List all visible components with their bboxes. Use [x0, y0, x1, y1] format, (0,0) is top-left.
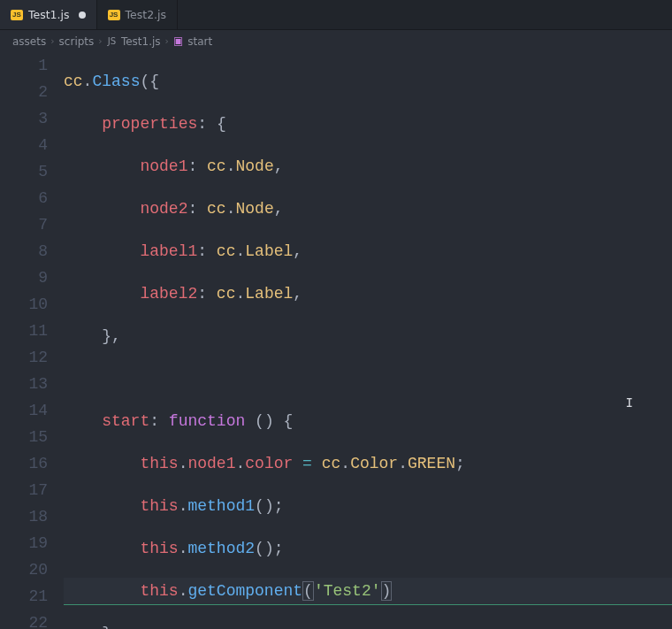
line-number: 12 [0, 344, 48, 371]
breadcrumb-segment[interactable]: scripts [59, 35, 95, 48]
js-icon: JS [108, 10, 120, 20]
line-number: 3 [0, 105, 48, 132]
line-number: 18 [0, 503, 48, 530]
breadcrumb-segment[interactable]: Test1.js [121, 35, 161, 48]
code-line[interactable]: properties: { [64, 111, 672, 137]
line-number: 20 [0, 556, 48, 583]
line-number: 22 [0, 610, 48, 629]
dirty-indicator-icon [79, 12, 86, 19]
line-number: 16 [0, 450, 48, 477]
line-number: 7 [0, 211, 48, 238]
line-number: 21 [0, 583, 48, 610]
code-line[interactable]: node1: cc.Node, [64, 153, 672, 180]
line-number: 11 [0, 318, 48, 344]
code-line[interactable] [64, 365, 672, 392]
code-line[interactable]: label1: cc.Label, [64, 238, 672, 265]
line-number: 13 [0, 371, 48, 397]
js-icon: JS [11, 10, 23, 20]
breadcrumb-segment[interactable]: assets [12, 35, 46, 48]
code-line[interactable]: this.node1.color = cc.Color.GREEN; [64, 450, 672, 477]
chevron-right-icon: › [98, 35, 102, 47]
tab-test2[interactable]: JS Test2.js [97, 0, 179, 29]
line-number: 17 [0, 477, 48, 503]
line-number: 6 [0, 185, 48, 211]
js-icon: JS [108, 36, 116, 47]
tab-bar: JS Test1.js JS Test2.js [0, 0, 672, 30]
line-number: 9 [0, 265, 48, 291]
line-number: 10 [0, 291, 48, 318]
code-line[interactable]: label2: cc.Label, [64, 280, 672, 307]
code-line[interactable]: start: function () { [64, 408, 672, 434]
code-line[interactable]: this.getComponent('Test2') [64, 578, 672, 604]
line-number: 5 [0, 158, 48, 185]
symbol-method-icon: ▣ [173, 35, 183, 47]
text-cursor-icon: 𝙸 [626, 395, 633, 410]
line-number: 4 [0, 132, 48, 158]
code-editor[interactable]: 1 2 3 4 5 6 7 8 9 10 11 12 13 14 15 16 1… [0, 52, 672, 629]
chevron-right-icon: › [165, 35, 169, 47]
line-number: 19 [0, 530, 48, 556]
code-line[interactable]: this.method1(); [64, 493, 672, 519]
chevron-right-icon: › [50, 35, 54, 47]
code-line[interactable]: }, [64, 620, 672, 629]
breadcrumb-segment[interactable]: start [187, 35, 212, 48]
breadcrumb: assets › scripts › JS Test1.js › ▣ start [0, 30, 672, 52]
line-number: 15 [0, 424, 48, 450]
tab-test1[interactable]: JS Test1.js [0, 0, 97, 29]
line-number: 2 [0, 79, 48, 105]
code-line[interactable]: }, [64, 323, 672, 349]
tab-label: Test1.js [28, 8, 70, 21]
code-line[interactable]: this.method2(); [64, 535, 672, 562]
code-line[interactable]: cc.Class({ [64, 68, 672, 95]
line-number: 1 [0, 52, 48, 79]
line-number-gutter: 1 2 3 4 5 6 7 8 9 10 11 12 13 14 15 16 1… [0, 52, 64, 629]
line-number: 8 [0, 238, 48, 265]
tab-label: Test2.js [126, 8, 167, 21]
code-area[interactable]: cc.Class({ properties: { node1: cc.Node,… [64, 52, 672, 629]
code-line[interactable]: node2: cc.Node, [64, 196, 672, 222]
line-number: 14 [0, 397, 48, 424]
